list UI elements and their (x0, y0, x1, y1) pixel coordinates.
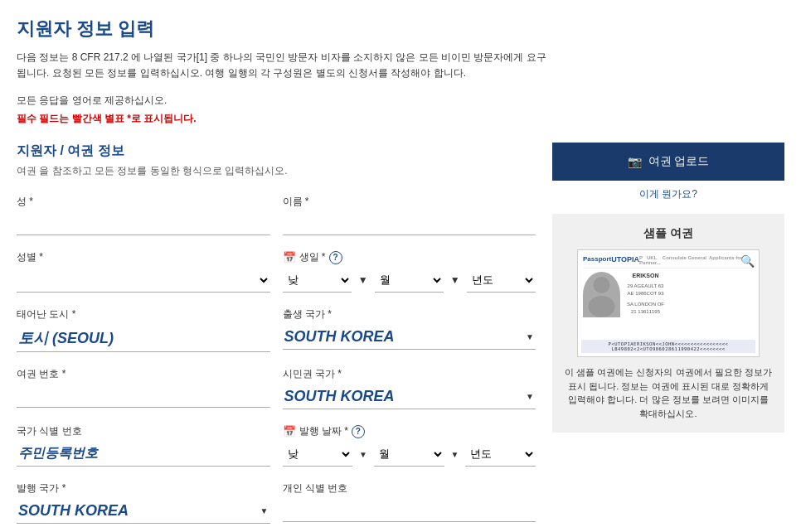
last-name-group: 성 * (17, 195, 270, 235)
dob-day-label: ▼ (358, 274, 368, 286)
citizenship-country-value: SOUTH KOREA (284, 388, 395, 405)
national-id-value: 주민등록번호 (18, 445, 98, 462)
name-row: 성 * 이름 * (17, 195, 536, 235)
birth-row: 태어난 도시 * 토시 (SEOUL) 출생 국가 * SOUTH KOREA … (17, 307, 536, 352)
passport-upload-button[interactable]: 📷 여권 업로드 (552, 143, 784, 181)
passport-text: ERIKSON 29 AGEAULT 63 AE 1986COT 93 SA L… (627, 272, 664, 317)
svg-point-0 (594, 277, 610, 293)
issuing-country-label: 발행 국가 * (17, 481, 270, 496)
birth-city-value: 토시 (SEOUL) (18, 328, 114, 348)
first-name-group: 이름 * (283, 195, 536, 235)
issuing-country-group: 발행 국가 * SOUTH KOREA ▼ (17, 481, 270, 524)
passport-card: 🔍 Passport UTOPIA P UKL Consulate Genera… (577, 249, 760, 357)
issue-help-icon[interactable]: ? (352, 425, 365, 438)
passport-search-icon: 🔍 (740, 254, 755, 268)
issue-date-label: 발행 날짜 * (299, 424, 348, 438)
citizenship-country-chevron: ▼ (526, 392, 534, 401)
personal-number-label: 개인 식별 번호 (283, 481, 536, 496)
passport-photo (583, 272, 620, 317)
camera-icon: 📷 (628, 155, 642, 168)
first-name-label: 이름 * (283, 195, 536, 209)
gender-group: 성별 * 남성 여성 (17, 250, 270, 293)
passport-type-label: Passport (583, 255, 611, 265)
svg-point-1 (589, 296, 615, 317)
last-name-label: 성 * (17, 195, 270, 209)
dob-label: 생일 * (299, 250, 326, 264)
birth-country-group: 출생 국가 * SOUTH KOREA ▼ (283, 307, 536, 352)
national-id-issue-row: 국가 식별 번호 주민등록번호 📅 발행 날짜 * ? 낮 ▼ 월 (17, 424, 536, 467)
birth-country-value: SOUTH KOREA (284, 328, 395, 346)
sample-passport-description: 이 샘플 여권에는 신청자의 여권에서 필요한 정보가 표시 됩니다. 정보는 … (565, 365, 772, 420)
sample-passport-box: 샘플 여권 🔍 Passport UTOPIA P UKL Consulate … (552, 214, 784, 433)
dob-day-select[interactable]: 낮 (283, 268, 352, 293)
issue-day-select[interactable]: 낮 (283, 442, 353, 467)
passport-body: ERIKSON 29 AGEAULT 63 AE 1986COT 93 SA L… (583, 272, 754, 317)
required-note: 필수 필드는 빨간색 별표 *로 표시됩니다. (17, 112, 784, 126)
issue-month-select[interactable]: 월 (374, 442, 444, 467)
birth-country-chevron: ▼ (526, 332, 534, 341)
national-id-group: 국가 식별 번호 주민등록번호 (17, 424, 270, 467)
utopia-label: UTOPIA (611, 255, 639, 265)
last-name-input[interactable] (17, 212, 270, 235)
page-description: 다음 정보는 8 CFR 217.2 에 나열된 국가[1] 중 하나의 국민인… (17, 50, 547, 81)
sample-passport-title: 샘플 여권 (565, 226, 772, 241)
whats-this-link[interactable]: 이게 뭔가요? (552, 187, 784, 201)
instruction-text: 모든 응답을 영어로 제공하십시오. (17, 94, 784, 108)
form-area: 지원자 / 여권 정보 여권 을 참조하고 모든 정보를 동일한 형식으로 입력… (17, 143, 536, 532)
passport-upload-label: 여권 업로드 (648, 154, 710, 169)
personal-number-group: 개인 식별 번호 (283, 481, 536, 524)
issue-day-chevron: ▼ (359, 450, 367, 459)
issue-date-row: 낮 ▼ 월 ▼ 년도 (283, 442, 536, 467)
national-id-label: 국가 식별 번호 (17, 424, 270, 438)
issue-year-select[interactable]: 년도 (465, 442, 536, 467)
passport-number-label: 여권 번호 * (17, 367, 270, 381)
passport-citizenship-row: 여권 번호 * 시민권 국가 * SOUTH KOREA ▼ (17, 367, 536, 409)
issuing-country-value: SOUTH KOREA (18, 502, 129, 520)
citizenship-country-group: 시민권 국가 * SOUTH KOREA ▼ (283, 367, 536, 409)
issuing-personal-row: 발행 국가 * SOUTH KOREA ▼ 개인 식별 번호 (17, 481, 536, 524)
gender-select[interactable]: 남성 여성 (17, 268, 270, 293)
dob-help-icon[interactable]: ? (329, 251, 342, 264)
passport-num-label: P UKL Consulate General Applicants for P… (639, 255, 754, 265)
issue-month-chevron: ▼ (451, 450, 459, 459)
gender-dob-row: 성별 * 남성 여성 📅 생일 * ? 낮 ▼ (17, 250, 536, 293)
issue-calendar-icon: 📅 (283, 425, 296, 438)
birth-city-label: 태어난 도시 * (17, 307, 270, 322)
birth-country-label: 출생 국가 * (283, 307, 536, 322)
dob-date-row: 낮 ▼ 월 ▼ 년도 (283, 268, 536, 293)
sidebar: 📷 여권 업로드 이게 뭔가요? 샘플 여권 🔍 Passport UTOPIA… (552, 143, 784, 532)
section-title: 지원자 / 여권 정보 (17, 143, 536, 160)
dob-group: 📅 생일 * ? 낮 ▼ 월 ▼ 년도 (283, 250, 536, 293)
gender-label: 성별 * (17, 250, 270, 264)
calendar-icon: 📅 (283, 251, 296, 264)
passport-card-header: Passport UTOPIA P UKL Consulate General … (583, 255, 754, 268)
page-title: 지원자 정보 입력 (17, 17, 784, 41)
personal-number-input[interactable] (283, 499, 536, 522)
passport-number-group: 여권 번호 * (17, 367, 270, 409)
passport-number-input[interactable] (17, 384, 270, 408)
dob-month-label: ▼ (450, 274, 460, 286)
dob-year-select[interactable]: 년도 (467, 268, 536, 293)
first-name-input[interactable] (283, 212, 536, 235)
issuing-country-chevron: ▼ (260, 506, 269, 515)
birth-city-group: 태어난 도시 * 토시 (SEOUL) (17, 307, 270, 352)
citizenship-country-label: 시민권 국가 * (283, 367, 536, 381)
dob-month-select[interactable]: 월 (375, 268, 444, 293)
section-subtitle: 여권 을 참조하고 모든 정보를 동일한 형식으로 입력하십시오. (17, 164, 536, 178)
passport-mrz: P<UTOPIAERIKSON<<JOHN<<<<<<<<<<<<<<<<< L… (581, 340, 755, 353)
issue-date-group: 📅 발행 날짜 * ? 낮 ▼ 월 ▼ 년도 (283, 424, 536, 467)
